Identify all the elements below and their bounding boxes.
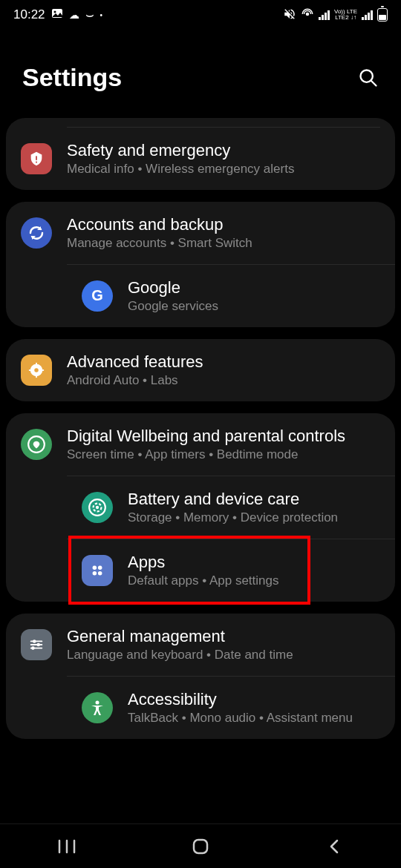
svg-point-19 <box>98 566 102 571</box>
item-text: AppsDefault apps • App settings <box>128 553 380 588</box>
status-time: 10:22 <box>13 7 45 22</box>
settings-group: Advanced featuresAndroid Auto • Labs <box>6 339 395 401</box>
svg-rect-32 <box>194 840 207 853</box>
svg-point-23 <box>33 640 36 643</box>
settings-item-general[interactable]: General managementLanguage and keyboard … <box>6 614 395 676</box>
settings-item-accessibility[interactable]: AccessibilityTalkBack • Mono audio • Ass… <box>67 676 395 739</box>
item-text: Battery and device careStorage • Memory … <box>128 490 380 525</box>
svg-point-27 <box>31 646 35 650</box>
item-subtitle: Language and keyboard • Date and time <box>67 648 380 662</box>
item-text: Digital Wellbeing and parental controlsS… <box>67 427 380 462</box>
settings-group: Digital Wellbeing and parental controlsS… <box>6 413 395 602</box>
signal-icon-2 <box>362 10 373 20</box>
svg-rect-13 <box>41 369 44 371</box>
item-text: Accounts and backupManage accounts • Sma… <box>67 215 380 251</box>
settings-item-battery[interactable]: Battery and device careStorage • Memory … <box>67 476 395 539</box>
item-subtitle: Android Auto • Labs <box>67 373 380 388</box>
item-title: Apps <box>128 553 380 572</box>
google-icon: G <box>82 280 113 312</box>
item-subtitle: Default apps • App settings <box>128 573 380 588</box>
care-icon <box>82 492 113 523</box>
page-title: Settings <box>22 63 122 92</box>
item-text: GoogleGoogle services <box>128 278 380 314</box>
svg-rect-6 <box>36 162 37 163</box>
svg-point-1 <box>53 10 56 13</box>
hotspot-icon <box>301 7 314 23</box>
status-bar: 10:22 ☁ ⌣ • Vo)) LTE LTE2 ↓↑ <box>0 0 401 30</box>
recents-button[interactable] <box>22 832 111 861</box>
svg-point-20 <box>93 571 97 576</box>
battery-icon <box>377 8 388 22</box>
mute-icon <box>283 7 296 23</box>
lte-indicator: Vo)) LTE LTE2 ↓↑ <box>334 9 357 21</box>
item-text: Advanced featuresAndroid Auto • Labs <box>67 352 380 388</box>
advanced-icon <box>21 355 52 386</box>
settings-item-wellbeing[interactable]: Digital Wellbeing and parental controlsS… <box>6 413 395 476</box>
item-title: Google <box>128 278 380 297</box>
svg-point-2 <box>306 12 310 16</box>
settings-group: General managementLanguage and keyboard … <box>6 614 395 739</box>
svg-point-18 <box>93 566 97 571</box>
settings-item-accounts[interactable]: Accounts and backupManage accounts • Sma… <box>6 202 395 264</box>
settings-group: Accounts and backupManage accounts • Sma… <box>6 202 395 327</box>
svg-text:G: G <box>91 287 103 303</box>
svg-point-9 <box>34 368 39 372</box>
svg-point-17 <box>96 506 99 509</box>
emergency-icon <box>21 143 52 174</box>
item-subtitle: Manage accounts • Smart Switch <box>67 236 380 251</box>
item-subtitle: Google services <box>128 299 380 314</box>
signal-icon-1 <box>319 10 330 20</box>
status-right: Vo)) LTE LTE2 ↓↑ <box>283 7 388 23</box>
settings-item-safety[interactable]: Safety and emergencyMedical info • Wirel… <box>6 128 395 190</box>
svg-point-25 <box>36 643 40 647</box>
status-left: 10:22 ☁ ⌣ • <box>13 7 102 23</box>
svg-rect-5 <box>36 156 37 160</box>
settings-item-google[interactable]: GGoogleGoogle services <box>67 264 395 327</box>
notification-icon: ⌣ <box>85 7 94 23</box>
item-title: Accounts and backup <box>67 215 380 234</box>
svg-point-21 <box>98 571 102 576</box>
item-title: Digital Wellbeing and parental controls <box>67 427 380 446</box>
home-button[interactable] <box>156 832 245 861</box>
svg-point-28 <box>96 701 100 705</box>
settings-item-apps[interactable]: AppsDefault apps • App settings <box>67 539 395 602</box>
item-title: General management <box>67 627 380 646</box>
sliders-icon <box>21 629 52 660</box>
item-subtitle: Medical info • Wireless emergency alerts <box>67 162 380 177</box>
svg-rect-12 <box>29 369 32 371</box>
svg-rect-10 <box>36 363 37 366</box>
item-title: Advanced features <box>67 352 380 372</box>
header: Settings <box>0 30 401 118</box>
settings-group: Safety and emergencyMedical info • Wirel… <box>6 118 395 190</box>
settings-item-advanced[interactable]: Advanced featuresAndroid Auto • Labs <box>6 339 395 401</box>
back-button[interactable] <box>290 832 379 861</box>
item-subtitle: Screen time • App timers • Bedtime mode <box>67 447 380 462</box>
item-subtitle: Storage • Memory • Device protection <box>128 510 380 525</box>
settings-list[interactable]: Safety and emergencyMedical info • Wirel… <box>0 118 401 830</box>
wellbeing-icon <box>21 429 52 460</box>
dot-icon: • <box>100 11 103 19</box>
svg-rect-11 <box>36 375 37 378</box>
item-text: General managementLanguage and keyboard … <box>67 627 380 662</box>
apps-icon <box>82 555 113 586</box>
navigation-bar <box>0 823 401 868</box>
item-title: Safety and emergency <box>67 141 380 160</box>
item-title: Accessibility <box>128 690 380 709</box>
search-button[interactable] <box>358 68 379 88</box>
item-title: Battery and device care <box>128 490 380 509</box>
item-text: AccessibilityTalkBack • Mono audio • Ass… <box>128 690 380 726</box>
weather-icon: ☁ <box>69 9 79 21</box>
item-subtitle: TalkBack • Mono audio • Assistant menu <box>128 711 380 726</box>
item-text: Safety and emergencyMedical info • Wirel… <box>67 141 380 177</box>
sync-icon <box>21 217 52 249</box>
gallery-icon <box>51 7 63 23</box>
accessibility-icon <box>82 692 113 723</box>
svg-line-4 <box>371 80 376 85</box>
